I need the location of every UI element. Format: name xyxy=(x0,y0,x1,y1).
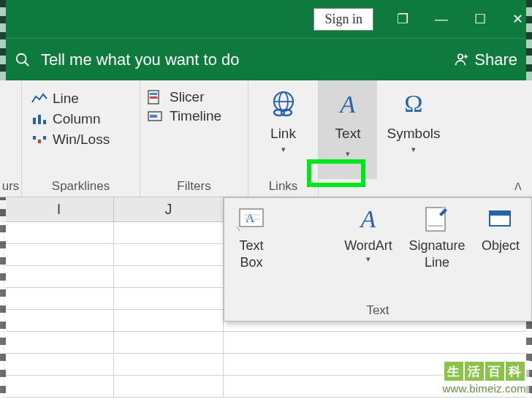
wm-char: 科 xyxy=(506,362,525,381)
sparkline-column-button[interactable]: Column xyxy=(28,110,113,129)
wordart-icon: A xyxy=(352,204,384,235)
svg-point-20 xyxy=(281,110,292,115)
globe-link-icon xyxy=(267,88,300,120)
ribbon-group-symbols: Ω Symbols ▾ xyxy=(377,80,450,197)
svg-rect-37 xyxy=(490,211,510,216)
text-box-label: Text Box xyxy=(239,238,263,270)
svg-rect-8 xyxy=(33,136,36,140)
group-label-symbols-blank xyxy=(377,179,450,197)
watermark-url: www.bimeiz.com xyxy=(443,382,527,395)
svg-text:A: A xyxy=(360,205,376,232)
sparkline-line-label: Line xyxy=(53,91,79,107)
text-a-icon: A xyxy=(331,88,365,120)
object-icon xyxy=(484,204,517,235)
omega-icon: Ω xyxy=(397,88,430,120)
signature-line-label: Signature Line xyxy=(408,238,465,270)
signature-icon xyxy=(421,204,453,235)
share-icon xyxy=(452,52,468,68)
tellme-bar: Tell me what you want to do Share xyxy=(0,38,532,80)
sparkline-column-label: Column xyxy=(53,111,100,127)
symbols-button[interactable]: Ω Symbols ▾ xyxy=(380,85,448,157)
group-label-tours: urs xyxy=(0,179,21,197)
svg-line-29 xyxy=(237,227,240,231)
svg-rect-9 xyxy=(38,140,41,143)
close-icon[interactable]: ✕ xyxy=(512,11,523,27)
svg-rect-15 xyxy=(150,115,157,118)
chevron-down-icon: ▾ xyxy=(346,149,350,159)
maximize-icon[interactable]: ☐ xyxy=(474,11,486,27)
wm-char: 百 xyxy=(485,362,504,381)
ribbon: urs Line Column Win/Loss Sparklines xyxy=(0,80,532,197)
wm-char: 生 xyxy=(444,362,463,381)
slicer-button[interactable]: Slicer xyxy=(146,89,221,105)
link-button[interactable]: Link ▾ xyxy=(259,85,308,157)
ribbon-group-text: A Text ▾ xyxy=(319,80,377,197)
slicer-icon xyxy=(146,90,164,104)
share-button[interactable]: Share xyxy=(452,50,517,69)
wordart-label: WordArt xyxy=(344,238,392,254)
svg-rect-10 xyxy=(43,136,46,140)
watermark-chars: 生 活 百 科 xyxy=(444,362,525,381)
svg-rect-13 xyxy=(150,96,157,99)
timeline-label: Timeline xyxy=(170,108,221,124)
group-label-text-blank xyxy=(319,179,377,197)
ribbon-group-tours: urs xyxy=(0,80,22,197)
column-spark-icon xyxy=(31,112,48,126)
svg-point-2 xyxy=(458,54,463,58)
search-icon xyxy=(15,52,31,68)
svg-point-0 xyxy=(17,53,26,63)
tellme-placeholder: Tell me what you want to do xyxy=(41,50,239,69)
window-controls: ❐ — ☐ ✕ xyxy=(397,11,523,27)
svg-rect-33 xyxy=(426,208,445,231)
sparkline-line-button[interactable]: Line xyxy=(28,89,113,108)
column-header-j[interactable]: J xyxy=(114,197,224,221)
link-label: Link xyxy=(270,126,296,142)
winloss-spark-icon xyxy=(31,132,48,147)
text-dropdown-button[interactable]: A Text ▾ xyxy=(320,82,376,162)
svg-rect-7 xyxy=(43,120,46,124)
group-label-sparklines: Sparklines xyxy=(22,179,140,197)
titlebar: Sign in ❐ — ☐ ✕ xyxy=(0,0,532,38)
svg-text:A: A xyxy=(246,211,255,225)
group-label-links: Links xyxy=(248,179,318,197)
timeline-button[interactable]: Timeline xyxy=(146,108,221,124)
svg-text:Ω: Ω xyxy=(404,90,422,117)
svg-rect-12 xyxy=(150,93,157,95)
popup-group-label: Text xyxy=(224,302,531,321)
ribbon-display-icon[interactable]: ❐ xyxy=(397,11,408,27)
text-dropdown-popup: A Text Box A WordArt ▾ Signature Line Ob… xyxy=(224,197,532,322)
object-label: Object xyxy=(482,238,520,254)
chevron-down-icon: ▾ xyxy=(366,254,370,264)
slicer-label: Slicer xyxy=(170,89,205,105)
sparkline-winloss-label: Win/Loss xyxy=(53,132,110,148)
signature-line-button[interactable]: Signature Line xyxy=(400,202,474,272)
chevron-down-icon: ▾ xyxy=(411,145,416,154)
ribbon-group-sparklines: Line Column Win/Loss Sparklines xyxy=(22,80,140,197)
svg-line-1 xyxy=(25,61,29,66)
share-label: Share xyxy=(474,50,517,69)
line-spark-icon xyxy=(31,91,48,106)
tellme-search[interactable]: Tell me what you want to do xyxy=(15,50,239,69)
signin-button[interactable]: Sign in xyxy=(314,8,373,31)
sparkline-winloss-button[interactable]: Win/Loss xyxy=(28,130,113,149)
ribbon-group-links: Link ▾ Links xyxy=(248,80,319,197)
svg-rect-6 xyxy=(38,115,41,124)
chevron-down-icon: ▾ xyxy=(281,145,286,154)
film-edge-left xyxy=(0,0,6,399)
object-button[interactable]: Object xyxy=(474,202,527,256)
text-box-icon: A xyxy=(235,204,267,235)
text-box-button[interactable]: A Text Box xyxy=(229,202,274,272)
symbols-label: Symbols xyxy=(387,126,441,142)
svg-text:A: A xyxy=(339,91,356,118)
wm-char: 活 xyxy=(465,362,484,381)
svg-rect-5 xyxy=(33,118,36,124)
group-label-filters: Filters xyxy=(140,179,248,197)
text-label: Text xyxy=(335,126,361,142)
minimize-icon[interactable]: — xyxy=(435,12,448,27)
collapse-ribbon-button[interactable]: ᐱ xyxy=(514,180,522,192)
column-header-i[interactable]: I xyxy=(4,197,114,221)
ribbon-group-filters: Slicer Timeline Filters xyxy=(140,80,248,197)
watermark: 生 活 百 科 www.bimeiz.com xyxy=(440,360,530,396)
wordart-button[interactable]: A WordArt ▾ xyxy=(337,202,400,265)
timeline-icon xyxy=(146,109,164,123)
